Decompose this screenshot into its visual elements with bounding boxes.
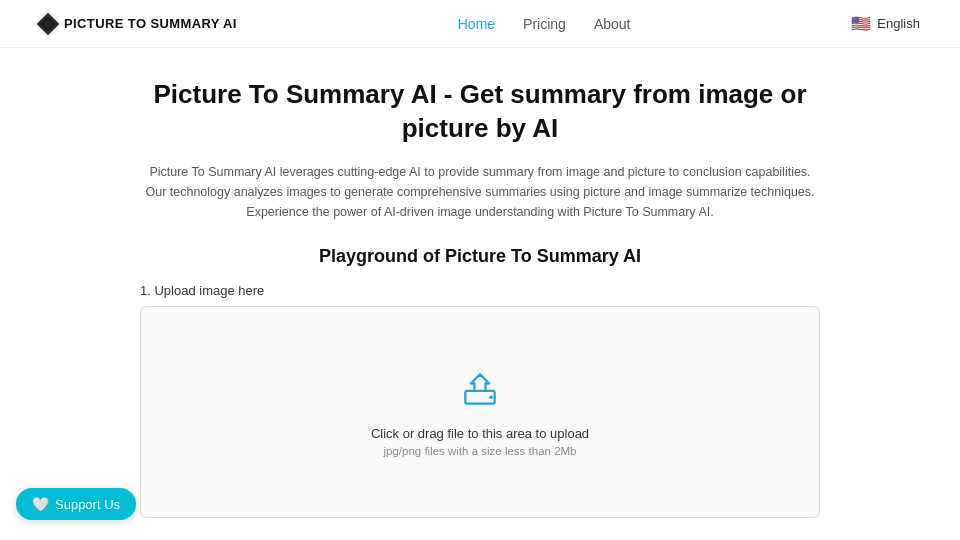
upload-section-label: 1. Upload image here	[140, 283, 820, 298]
main-nav: Home Pricing About	[458, 16, 631, 32]
hero-description: Picture To Summary AI leverages cutting-…	[140, 162, 820, 222]
site-header: PICTURE TO SUMMARY AI Home Pricing About…	[0, 0, 960, 48]
heart-icon: 🤍	[32, 496, 49, 512]
logo-icon	[37, 12, 60, 35]
hero-title: Picture To Summary AI - Get summary from…	[140, 78, 820, 146]
language-selector[interactable]: 🇺🇸 English	[851, 14, 920, 33]
flag-icon: 🇺🇸	[851, 14, 871, 33]
support-button[interactable]: 🤍 Support Us	[16, 488, 136, 520]
nav-home[interactable]: Home	[458, 16, 495, 32]
playground-title: Playground of Picture To Summary AI	[140, 246, 820, 267]
main-content: Picture To Summary AI - Get summary from…	[120, 48, 840, 540]
upload-area[interactable]: Click or drag file to this area to uploa…	[140, 306, 820, 518]
support-label: Support Us	[55, 497, 120, 512]
upload-sub-text: jpg/png files with a size less than 2Mb	[383, 445, 576, 457]
upload-icon	[458, 367, 502, 414]
logo-text: PICTURE TO SUMMARY AI	[64, 16, 237, 31]
svg-point-1	[489, 395, 493, 399]
language-label: English	[877, 16, 920, 31]
logo: PICTURE TO SUMMARY AI	[40, 16, 237, 32]
nav-about[interactable]: About	[594, 16, 631, 32]
nav-pricing[interactable]: Pricing	[523, 16, 566, 32]
upload-main-text: Click or drag file to this area to uploa…	[371, 426, 589, 441]
